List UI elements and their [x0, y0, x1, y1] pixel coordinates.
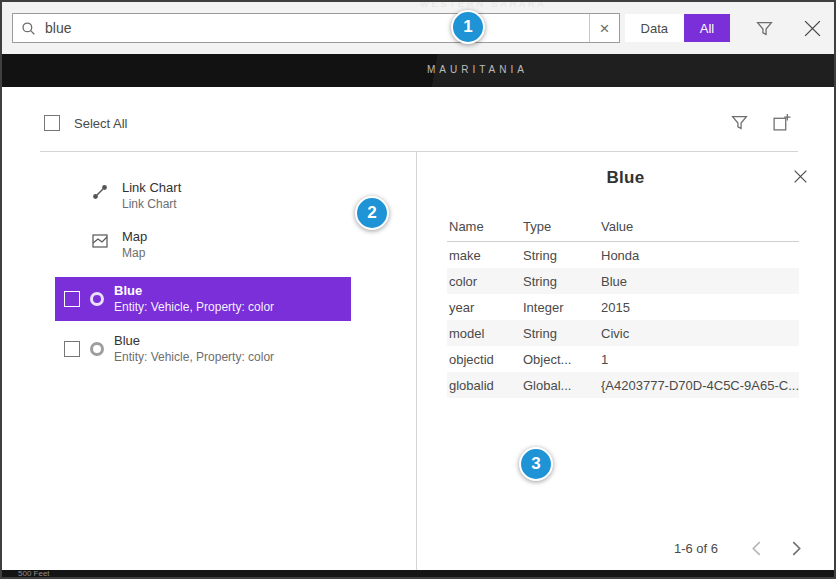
cell-value: {A4203777-D70D-4C5C-9A65-C... — [601, 378, 799, 393]
item-title: Map — [122, 230, 147, 244]
column-type: Type — [523, 219, 601, 234]
property-row: model String Civic — [447, 320, 799, 346]
search-toolbar: WESTERN SAHARA × Data All — [2, 2, 834, 54]
select-all-label: Select All — [74, 116, 127, 131]
map-label-western-sahara: WESTERN SAHARA — [420, 2, 547, 9]
cell-value: 2015 — [601, 300, 799, 315]
add-selection-icon[interactable] — [772, 113, 791, 132]
property-table-body: make String Honda color String Blue year… — [447, 242, 799, 398]
list-item-map[interactable]: Map Map — [90, 230, 147, 260]
property-row: year Integer 2015 — [447, 294, 799, 320]
pagination: 1-6 of 6 — [674, 541, 808, 556]
item-title: Blue — [114, 284, 274, 298]
item-checkbox[interactable] — [64, 291, 80, 307]
map-label-mauritania: MAURITANIA — [427, 64, 528, 75]
list-item-blue[interactable]: Blue Entity: Vehicle, Property: color — [55, 327, 351, 371]
previous-page-icon[interactable] — [744, 541, 768, 556]
item-subtitle: Map — [122, 247, 147, 260]
cell-name: color — [447, 274, 523, 289]
map-scale-label: 500 Feet — [18, 570, 50, 577]
next-page-icon[interactable] — [784, 541, 808, 556]
property-table-header: Name Type Value — [447, 212, 799, 242]
results-body: Link Chart Link Chart Map Map — [2, 152, 834, 570]
property-table: Name Type Value make String Honda color … — [447, 212, 799, 398]
filter-icon[interactable] — [756, 20, 773, 37]
map-background-bottom: 500 Feet — [2, 570, 834, 577]
map-background-top: MAURITANIA — [2, 54, 834, 87]
cell-value: Civic — [601, 326, 799, 341]
property-row: make String Honda — [447, 242, 799, 268]
app-window: WESTERN SAHARA × Data All MAURITANIA Sel… — [0, 0, 836, 579]
scope-toggle: Data All — [625, 14, 730, 42]
detail-panel: Blue Name Type Value make String — [416, 152, 834, 570]
scope-all-button[interactable]: All — [684, 14, 730, 42]
cell-type: String — [523, 326, 601, 341]
cell-name: objectid — [447, 352, 523, 367]
column-value: Value — [601, 219, 799, 234]
cell-type: String — [523, 274, 601, 289]
detail-header: Blue — [417, 168, 834, 188]
close-search-icon[interactable] — [803, 19, 822, 38]
cell-name: year — [447, 300, 523, 315]
list-item-blue-selected[interactable]: Blue Entity: Vehicle, Property: color — [55, 277, 351, 321]
item-subtitle: Entity: Vehicle, Property: color — [114, 301, 274, 314]
annotation-badge-3: 3 — [519, 447, 553, 481]
detail-title: Blue — [606, 168, 644, 187]
link-chart-icon — [90, 183, 110, 201]
search-results-panel: Select All Link Chart Link Char — [2, 87, 834, 570]
panel-actions — [731, 113, 791, 132]
property-row: globalid Global... {A4203777-D70D-4C5C-9… — [447, 372, 799, 398]
cell-value: 1 — [601, 352, 799, 367]
clear-search-button[interactable]: × — [589, 14, 619, 42]
entity-property-icon — [90, 292, 104, 306]
entity-property-icon — [90, 342, 104, 356]
item-subtitle: Entity: Vehicle, Property: color — [114, 351, 274, 364]
annotation-badge-2: 2 — [355, 196, 389, 230]
results-filter-icon[interactable] — [731, 113, 748, 132]
column-name: Name — [447, 219, 523, 234]
annotation-badge-1: 1 — [451, 10, 485, 44]
item-subtitle: Link Chart — [122, 198, 181, 211]
cell-type: String — [523, 248, 601, 263]
pagination-label: 1-6 of 6 — [674, 541, 718, 556]
select-all-row: Select All — [44, 115, 127, 131]
cell-value: Blue — [601, 274, 799, 289]
cell-name: globalid — [447, 378, 523, 393]
scope-data-button[interactable]: Data — [625, 14, 684, 42]
cell-value: Honda — [601, 248, 799, 263]
search-input[interactable] — [45, 20, 589, 36]
list-item-link-chart[interactable]: Link Chart Link Chart — [90, 181, 181, 211]
item-checkbox[interactable] — [64, 341, 80, 357]
cell-name: make — [447, 248, 523, 263]
cell-type: Integer — [523, 300, 601, 315]
map-icon — [90, 232, 110, 250]
cell-type: Object... — [523, 352, 601, 367]
results-list: Link Chart Link Chart Map Map — [2, 152, 416, 570]
cell-name: model — [447, 326, 523, 341]
search-icon — [21, 21, 36, 36]
search-box[interactable]: × — [12, 13, 620, 43]
close-detail-icon[interactable] — [793, 169, 808, 184]
property-row: color String Blue — [447, 268, 799, 294]
cell-type: Global... — [523, 378, 601, 393]
select-all-checkbox[interactable] — [44, 115, 60, 131]
item-title: Link Chart — [122, 181, 181, 195]
property-row: objectid Object... 1 — [447, 346, 799, 372]
item-title: Blue — [114, 334, 274, 348]
